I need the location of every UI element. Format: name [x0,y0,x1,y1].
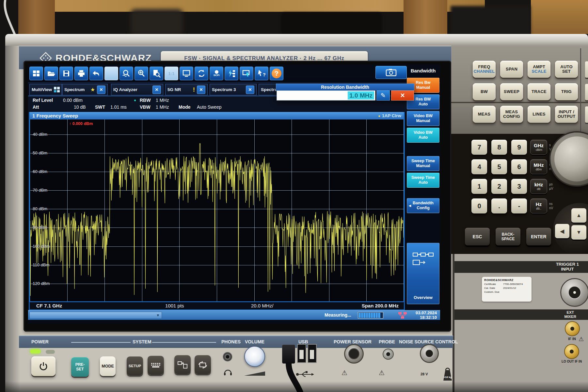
hard-key[interactable]: FREQ CHANNEL [473,61,496,78]
print-icon[interactable] [74,67,88,80]
rbw-input-field[interactable]: 1.0 MHz [277,90,375,101]
softkey[interactable]: Video BW Manual [407,111,439,126]
close-tab-icon[interactable]: × [246,86,254,94]
softkey[interactable]: Video BW Auto [407,128,439,143]
blank-tool-slot[interactable] [104,67,118,80]
open-file-icon[interactable] [44,67,58,80]
edit-pencil-button[interactable]: ✎ [376,90,390,101]
remote-control-icon[interactable] [225,67,238,80]
tab-spectrum-partial[interactable]: Spectrum [259,84,278,95]
hard-key[interactable]: INPUT / OUTPUT [555,106,578,123]
tab-5g-nr[interactable]: 5G NR ! × [165,84,208,95]
monitor-pointer-icon[interactable] [240,67,253,80]
display-export-key[interactable] [174,355,191,374]
cut-off-key[interactable] [585,61,588,78]
help-icon[interactable]: ? [270,67,283,80]
mode-value[interactable]: Auto Sweep [197,104,222,110]
backspace-key[interactable]: BACK- SPACE [496,228,520,245]
hard-key-label: FREQ [478,65,490,69]
softkey[interactable]: Sweep Time Auto [407,173,439,188]
volume-knob[interactable] [244,346,265,367]
swt-value[interactable]: 1.01 ms [110,104,127,110]
close-tab-icon[interactable]: × [152,86,161,94]
zoom-selection-icon[interactable] [119,67,133,80]
cut-off-key[interactable] [585,106,588,123]
hard-key[interactable]: TRACE [528,83,550,100]
digit-key[interactable]: 5 [491,159,507,174]
dialog-close-button[interactable]: × [391,90,414,101]
tab-spectrum[interactable]: Spectrum ★ × [62,84,108,95]
save-icon[interactable] [59,67,73,80]
hard-key[interactable]: AUTO SET [555,61,578,78]
display-rotate-key[interactable] [195,355,211,374]
setup-key[interactable]: SETUP [127,356,143,375]
cursor-help-icon[interactable]: ? [255,67,268,80]
cut-off-key[interactable] [585,84,588,100]
screenshot-camera-button[interactable] [375,66,407,79]
spectrum-graph[interactable]: -40 dBm-50 dBm-60 dBm-70 dBm-80 dBm-90 d… [30,119,404,301]
power-button[interactable] [31,356,56,376]
softkey[interactable]: ◀ Bandwidth Config [407,198,439,213]
down-arrow-key[interactable]: ▼ [571,225,586,240]
att-value[interactable]: 10 dB [74,104,86,110]
vbw-value[interactable]: 1 MHz [156,104,169,110]
tab-spectrum-3[interactable]: Spectrum 3 × [210,84,257,95]
enter-key[interactable]: ENTER [526,228,551,245]
span-value[interactable]: Span 200.0 MHz [362,303,399,308]
digit-key[interactable]: 4 [471,159,487,174]
ref-level-value[interactable]: 0.00 dBm [63,98,83,103]
center-frequency[interactable]: CF 7.1 GHz [36,303,62,308]
mode-label: Mode [179,104,191,110]
keyboard-key[interactable] [148,356,164,375]
display-icon[interactable] [180,67,193,80]
up-arrow-key[interactable]: ▲ [571,208,586,223]
one-to-one-zoom-icon[interactable]: 1:1 [165,67,178,80]
digit-key[interactable]: 1 [471,179,487,194]
digit-key[interactable]: 8 [491,140,507,155]
preset-key[interactable]: PRE- SET [71,357,89,377]
esc-key[interactable]: ESC [465,228,490,245]
zoom-in-icon[interactable] [135,67,148,80]
rbw-value[interactable]: 1 MHz [156,98,169,103]
digit-key[interactable]: 2 [491,179,507,194]
y-axis-tick-label: -120 dBm [31,281,50,286]
digit-key[interactable]: 3 [511,179,527,194]
hard-key[interactable]: TRIG [555,83,578,100]
hard-key[interactable]: SPAN [500,61,523,78]
overview-softkey[interactable]: Overview [407,243,439,304]
mode-key[interactable]: MODE [100,356,116,376]
digit-key[interactable]: 7 [471,140,487,155]
rbw-input-value[interactable]: 1.0 MHz [348,91,374,100]
unit-key[interactable]: kHz dB [530,179,547,194]
hard-key[interactable]: AMPT SCALE [528,61,550,78]
hard-key-sublabel: SET [562,69,571,74]
unit-key[interactable]: Hz dB.. [530,198,547,213]
close-tab-icon[interactable]: × [197,86,205,94]
trigger-bnc-connector [560,278,588,307]
digit-key[interactable]: - [511,198,527,213]
wood-leg [404,0,447,39]
tab-iq-analyzer[interactable]: IQ Analyzer × [111,84,163,95]
hard-key[interactable]: BW [473,83,496,100]
hard-key[interactable]: LINES [528,106,550,123]
undo-icon[interactable] [89,67,103,80]
digit-key[interactable]: . [491,198,507,213]
scpi-recorder-icon[interactable]: SCPI [210,67,223,80]
tab-multiview[interactable]: MultiView [29,84,62,95]
hard-key[interactable]: MEAS [473,106,496,123]
zoom-document-icon[interactable] [150,67,163,80]
refresh-sync-icon[interactable] [195,67,208,80]
unit-key[interactable]: MHz dBm [530,159,547,174]
softkey[interactable]: Sweep Time Manual [407,156,439,171]
status-selector-dropdown[interactable]: ▾ [29,312,162,319]
digit-key[interactable]: 6 [511,159,527,174]
hard-key[interactable]: SWEEP [500,83,523,100]
hard-key[interactable]: MEAS CONFIG [500,106,523,123]
digit-key[interactable]: 9 [511,140,527,155]
unit-key[interactable]: GHz -dBm [530,140,547,155]
close-tab-icon[interactable]: × [97,86,105,94]
export-icon [178,361,187,368]
digit-key[interactable]: 0 [471,198,487,213]
windows-start-icon[interactable] [29,67,43,80]
left-arrow-key[interactable]: ◀ [555,224,569,238]
